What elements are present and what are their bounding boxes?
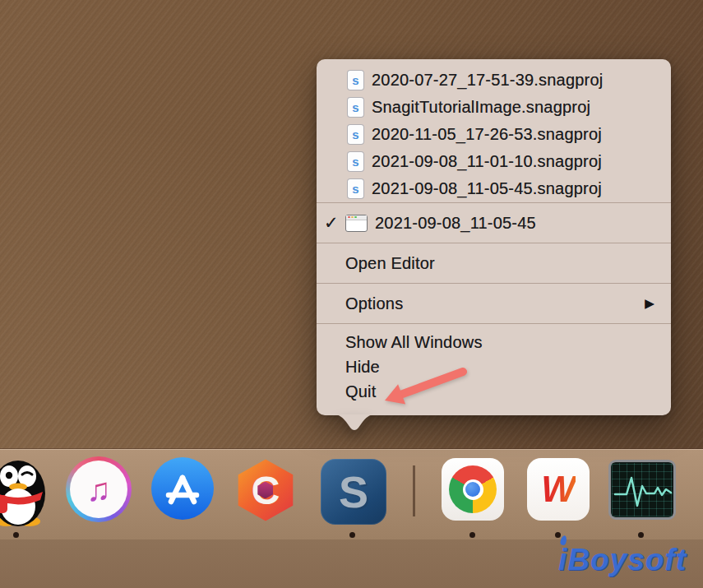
recent-file-label: 2021-09-08_11-05-45.snagproj <box>372 179 602 198</box>
annotation-arrow-icon <box>349 348 473 418</box>
doc-icon-letter: s <box>352 155 359 169</box>
doc-icon-letter: s <box>352 182 359 196</box>
snagproj-doc-icon: s <box>348 179 363 198</box>
ekg-screen-icon <box>612 463 673 516</box>
watermark-text: iBoysoft <box>558 543 687 576</box>
menu-item-open-editor[interactable]: Open Editor <box>317 243 671 283</box>
itunes-circle: ♫ <box>70 461 127 518</box>
snagit-s-letter: S <box>339 466 368 517</box>
menu-item-recent-file[interactable]: s 2021-09-08_11-05-45.snagproj <box>317 175 671 202</box>
menu-item-recent-file[interactable]: s 2020-11-05_17-26-53.snagproj <box>317 121 671 148</box>
traffic-light-yellow-icon <box>351 216 354 219</box>
dock-icon-app-store[interactable] <box>151 457 214 520</box>
running-indicator-snagit <box>349 532 355 538</box>
menu-item-current-window[interactable]: ✓ 2021-09-08_11-05-45 <box>317 203 671 243</box>
dock-icon-snagit[interactable]: S <box>321 459 386 525</box>
snagproj-doc-icon: s <box>348 152 363 171</box>
doc-icon-letter: s <box>352 73 359 87</box>
window-titlebar <box>346 215 367 220</box>
window-label: 2021-09-08_11-05-45 <box>375 214 536 233</box>
menu-item-recent-file[interactable]: s 2021-09-08_11-01-10.snagproj <box>317 148 671 175</box>
doc-icon-letter: s <box>352 127 359 141</box>
dock-icon-itunes[interactable]: ♫ <box>66 456 132 522</box>
chrome-hub <box>463 479 483 500</box>
recent-file-label: 2020-07-27_17-51-39.snagproj <box>372 71 603 90</box>
checkmark-icon: ✓ <box>324 213 344 233</box>
menu-item-recent-file[interactable]: s SnagitTutorialImage.snagproj <box>317 94 671 121</box>
chrome-blue-center <box>465 482 480 497</box>
submenu-arrow-icon: ▶ <box>645 296 654 311</box>
dock-separator <box>413 465 415 516</box>
doc-icon-letter: s <box>352 100 359 114</box>
window-thumbnail-icon <box>345 215 368 232</box>
traffic-light-green-icon <box>354 216 357 219</box>
snagproj-doc-icon: s <box>348 98 363 117</box>
running-indicator-qq <box>13 532 19 538</box>
open-editor-label: Open Editor <box>345 254 435 273</box>
menu-item-options[interactable]: Options ▶ <box>317 284 671 323</box>
chrome-logo-icon <box>449 465 497 513</box>
music-note-icon: ♫ <box>86 471 111 508</box>
running-indicator-chrome <box>469 532 475 538</box>
qq-penguin-icon <box>0 457 49 526</box>
recent-file-label: 2020-11-05_17-26-53.snagproj <box>372 125 602 144</box>
snagproj-doc-icon: s <box>348 125 363 144</box>
running-indicator-activity-monitor <box>638 532 644 538</box>
recent-file-label: 2021-09-08_11-01-10.snagproj <box>372 152 602 171</box>
dock-icon-chrome[interactable] <box>442 458 504 521</box>
menu-item-recent-file[interactable]: s 2020-07-27_17-51-39.snagproj <box>317 67 671 94</box>
dock-icon-qq[interactable] <box>0 457 49 526</box>
dock-icon-activity-monitor[interactable] <box>608 460 676 520</box>
wps-w-letter: W <box>541 469 576 510</box>
running-indicator-wps <box>555 532 561 538</box>
traffic-light-red-icon <box>348 216 350 219</box>
options-label: Options <box>345 294 403 313</box>
desktop: s 2020-07-27_17-51-39.snagproj s SnagitT… <box>0 0 703 588</box>
recent-file-label: SnagitTutorialImage.snagproj <box>372 98 590 117</box>
snagproj-doc-icon: s <box>348 71 363 90</box>
app-store-a-icon <box>151 457 214 520</box>
ibysoft-watermark: iBoysoft <box>558 543 687 577</box>
dock-icon-wps-office[interactable]: W <box>527 458 590 521</box>
recent-files-section: s 2020-07-27_17-51-39.snagproj s SnagitT… <box>317 59 671 202</box>
